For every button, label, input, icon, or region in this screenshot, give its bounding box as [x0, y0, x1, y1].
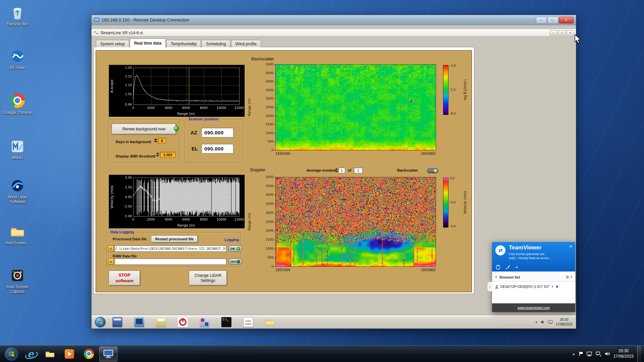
system-tray: ▲ 20:30 17/08/2023: [572, 346, 642, 362]
window-controls: ─ □ ×: [536, 17, 574, 23]
maximize-button[interactable]: □: [547, 17, 558, 23]
lidar-control-panel: Backscatter Renew background now Rays in…: [96, 50, 472, 292]
tab-real-time-data[interactable]: Real time data: [130, 39, 166, 47]
processed-drive-selector[interactable]: C: [108, 245, 114, 252]
remote-date: 17/08/2023: [556, 322, 573, 327]
session-list-row[interactable]: ▼ Session list ▼: [492, 273, 575, 282]
backscatter-heatmap[interactable]: [247, 63, 472, 158]
tab-scheduling[interactable]: Scheduling: [202, 40, 230, 47]
network-icon[interactable]: [596, 352, 601, 356]
remote-power-icon[interactable]: [178, 317, 188, 327]
connect-cursor-icon[interactable]: [555, 285, 560, 289]
doppler-heatmap[interactable]: [247, 176, 472, 274]
section-expand-icon[interactable]: ▼: [495, 276, 497, 279]
real-time-data-page: Backscatter Renew background now Rays in…: [93, 47, 474, 294]
clock[interactable]: 20:30 17/08/2023: [613, 349, 634, 359]
volume-icon[interactable]: [605, 352, 610, 356]
entry-dropdown-icon[interactable]: ▼: [551, 285, 554, 288]
vi-minimize-button[interactable]: ─: [550, 30, 557, 36]
clipboard-icon[interactable]: [496, 265, 500, 269]
of-label: of: [348, 168, 351, 172]
chrome-icon: [9, 93, 25, 109]
desktop-icon-google-chrome[interactable]: Google Chrome: [1, 93, 34, 115]
taskbar: e ▲ 20:30 17/08/2023: [0, 345, 644, 362]
taskbar-chrome-button[interactable]: [80, 347, 98, 361]
minimize-button[interactable]: ─: [536, 17, 547, 23]
backscatter-display-toggle[interactable]: [427, 168, 438, 173]
scan-icon-text1: Scan: [244, 319, 253, 322]
vi-restore-button[interactable]: □: [558, 30, 566, 36]
average-total-field: 1: [354, 168, 363, 173]
el-value-field[interactable]: 090.000: [201, 144, 233, 154]
brush-icon[interactable]: [505, 265, 510, 269]
show-hidden-icons[interactable]: ▲: [572, 352, 575, 356]
desktop-icon-mw41[interactable]: MW41: [1, 138, 34, 160]
desktop-icon-recycle-bin[interactable]: Recycle Bin: [1, 5, 34, 26]
remote-hidden-icons-arrow[interactable]: ▲: [535, 320, 538, 323]
processed-logging-toggle[interactable]: ON: [228, 245, 242, 252]
tab-temp-humidity[interactable]: Temp/humidity: [166, 40, 201, 47]
change-lidar-settings-button[interactable]: Change LiDAR Settings: [189, 270, 227, 286]
collapse-chevrons-icon[interactable]: «: [516, 264, 518, 269]
renew-background-button[interactable]: Renew background now: [112, 124, 176, 134]
tab-system-setup[interactable]: System setup: [96, 40, 129, 47]
restart-processed-file-button[interactable]: Restart processed file: [151, 235, 198, 243]
remote-app-icon-3[interactable]: [156, 317, 166, 327]
desktop-icon-wind-lidar[interactable]: Wind Lidar Software: [1, 178, 34, 204]
desktop-icon-label: Recycle Bin: [1, 22, 34, 26]
show-desktop-button[interactable]: [637, 346, 641, 362]
command-prompt-icon[interactable]: C:\_: [221, 317, 231, 327]
remote-volume-icon[interactable]: [541, 320, 545, 324]
average-spinner[interactable]: [335, 168, 338, 173]
close-button[interactable]: ×: [559, 17, 574, 23]
scan-scheduler-icon[interactable]: Scan sched: [243, 317, 253, 327]
toggle-knob: [434, 169, 437, 172]
snr-value-field[interactable]: 1.002: [160, 152, 175, 158]
rdp-titlebar[interactable]: 192.168.0.150 - Remote Desktop Connectio…: [92, 15, 576, 25]
teamviewer-close-icon[interactable]: ×: [569, 243, 572, 249]
computer-list-item[interactable]: DESKTOP-OE0QDVI (1 817 937 ▼: [492, 282, 575, 292]
stop-button-line2: software: [115, 278, 133, 284]
a-scope-chart[interactable]: [109, 65, 245, 117]
stop-software-button[interactable]: STOP software: [109, 270, 140, 286]
raw-file-path-input[interactable]: [114, 258, 226, 265]
rdp-tray-icon[interactable]: [587, 352, 592, 356]
desktop-icon-bl-view[interactable]: BL-View: [1, 48, 34, 70]
remote-clock[interactable]: 20:30 17/08/2023: [556, 317, 573, 326]
raw-logging-toggle[interactable]: OFF: [228, 258, 242, 265]
rays-spinner[interactable]: [154, 138, 157, 143]
average-number-field[interactable]: 1: [338, 168, 345, 173]
taskbar-rdp-button[interactable]: [99, 347, 117, 361]
toggle-led-icon: [236, 260, 240, 263]
az-value-field[interactable]: 090.000: [201, 128, 233, 137]
remote-app-icon-4[interactable]: [200, 317, 210, 327]
vi-close-button[interactable]: ×: [567, 30, 574, 36]
velocity-chart[interactable]: [109, 175, 245, 229]
session-settings[interactable]: ▼: [566, 275, 573, 279]
snr-spinner[interactable]: [156, 152, 159, 158]
desktop-icon-autoscreen-folder[interactable]: AutoScreen...: [1, 224, 34, 245]
remote-start-button[interactable]: [95, 317, 106, 327]
vi-titlebar[interactable]: StreamLine XR v14-6.vi ─ □ ×: [92, 29, 576, 37]
taskbar-ie-button[interactable]: e: [21, 347, 40, 361]
remote-network-icon[interactable]: [548, 320, 553, 324]
data-logging-group: Data Logging Processed Data file Restart…: [107, 232, 241, 267]
processed-file-path-input[interactable]: [114, 245, 226, 252]
action-center-flag-icon[interactable]: [579, 351, 583, 356]
start-button[interactable]: [5, 347, 18, 361]
tab-wind-profile[interactable]: Wind profile: [231, 40, 261, 47]
scanner-position-group: Scanner position AZ 090.000 EL 090.000: [185, 119, 244, 163]
teamviewer-expand-tab[interactable]: ›: [487, 282, 492, 292]
computer-entry-label: DESKTOP-OE0QDVI (1 817 937: [500, 285, 549, 289]
desktop-icon-auto-screen-capture[interactable]: Auto Screen Capture: [1, 267, 34, 294]
windows-flag-icon: [8, 350, 15, 358]
remote-folder-icon[interactable]: [265, 317, 275, 327]
remote-app-icon-1[interactable]: [112, 317, 122, 327]
rays-value-field[interactable]: 8: [158, 138, 166, 143]
teamviewer-link[interactable]: www.teamviewer.com: [518, 306, 550, 310]
remote-time: 20:30: [556, 317, 573, 322]
taskbar-media-button[interactable]: [60, 347, 78, 361]
remote-app-icon-2[interactable]: [134, 317, 144, 327]
taskbar-explorer-button[interactable]: [41, 347, 59, 361]
raw-drive-selector[interactable]: C: [108, 258, 114, 265]
